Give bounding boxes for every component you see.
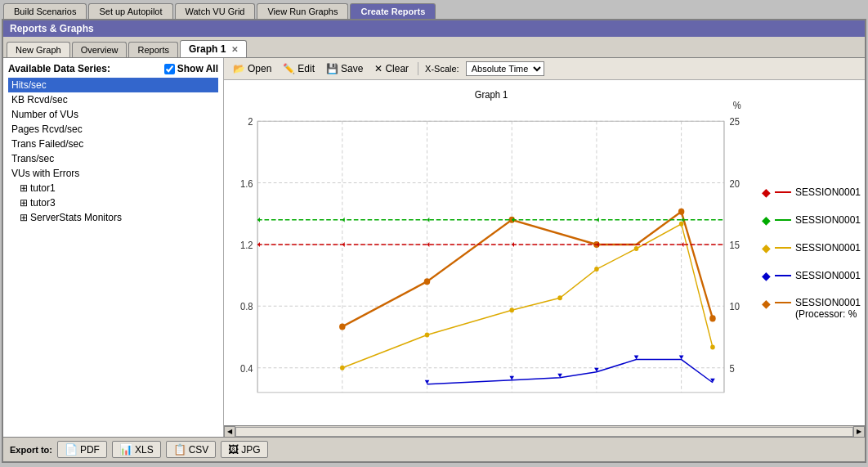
tab-overview[interactable]: Overview: [72, 42, 128, 57]
close-graph1-icon[interactable]: ✕: [231, 45, 238, 54]
sidebar: Available Data Series: Show All Hits/sec…: [3, 58, 224, 437]
legend-marker-red: ◆: [762, 186, 771, 199]
expand-icon: ⊞: [20, 182, 28, 194]
export-label: Export to:: [10, 445, 52, 455]
svg-point-38: [710, 345, 715, 350]
legend-line-orange: [775, 302, 791, 303]
svg-text:15: 15: [729, 240, 739, 250]
save-button[interactable]: 💾 Save: [324, 62, 365, 75]
list-item[interactable]: ⊞ tutor3: [8, 195, 218, 210]
legend-item: ◆ SESSION0001: [762, 269, 861, 282]
expand-icon: ⊞: [20, 197, 28, 209]
svg-text:25: 25: [729, 116, 739, 127]
top-tab-bar: Build Scenarios Set up Autopilot Watch V…: [0, 0, 868, 19]
list-item[interactable]: ⊞ tutor1: [8, 181, 218, 195]
svg-point-37: [679, 222, 684, 227]
tab-graph1[interactable]: Graph 1 ✕: [180, 40, 247, 57]
svg-text:2: 2: [248, 116, 253, 127]
open-icon: 📂: [233, 63, 245, 74]
legend-item: ◆ SESSION0001: [762, 186, 861, 199]
svg-point-32: [425, 332, 430, 337]
open-button[interactable]: 📂 Open: [230, 62, 274, 75]
graph-legend: ◆ SESSION0001 ◆ SESSION0001 ◆ SESSION000…: [758, 80, 865, 425]
tab-reports[interactable]: Reports: [128, 42, 178, 57]
svg-point-33: [509, 308, 514, 312]
svg-text:0.4: 0.4: [240, 362, 253, 373]
svg-text:20: 20: [729, 177, 740, 188]
svg-point-30: [709, 315, 715, 321]
legend-marker-orange: ◆: [762, 297, 771, 310]
legend-marker-blue: ◆: [762, 269, 771, 282]
pdf-icon: 📄: [65, 443, 78, 456]
legend-item: ◆ SESSION0001(Processor: %: [762, 297, 861, 320]
svg-text:%: %: [733, 100, 741, 110]
list-item[interactable]: VUs with Errors: [8, 166, 218, 181]
list-item[interactable]: Hits/sec: [8, 78, 218, 92]
list-item[interactable]: Trans/sec: [8, 151, 218, 166]
edit-button[interactable]: ✏️ Edit: [280, 62, 317, 75]
tab-set-up-autopilot[interactable]: Set up Autopilot: [88, 3, 172, 19]
graph-canvas: Graph 1 2 1.6 1.2 0.8 0.4 25 20 15 10 5: [224, 80, 865, 425]
legend-item: ◆ SESSION0001: [762, 213, 861, 227]
expand-icon: ⊞: [20, 212, 28, 223]
sidebar-title: Available Data Series: Show All: [8, 63, 218, 74]
export-csv-button[interactable]: 📋 CSV: [166, 441, 217, 458]
jpg-icon: 🖼: [228, 443, 239, 456]
list-item[interactable]: ⊞ ServerStats Monitors: [8, 210, 218, 225]
legend-item: ◆ SESSION0001: [762, 241, 861, 254]
show-all-checkbox[interactable]: [164, 64, 175, 74]
content-area: Available Data Series: Show All Hits/sec…: [3, 57, 865, 437]
xscale-select[interactable]: Absolute Time Relative Time Elapsed Time: [466, 61, 544, 76]
xscale-label: X-Scale:: [425, 64, 459, 74]
show-all-control[interactable]: Show All: [164, 63, 218, 74]
legend-line-blue: [775, 275, 791, 276]
legend-line-red: [775, 191, 791, 193]
legend-label-orange: SESSION0001(Processor: %: [795, 297, 861, 320]
tab-build-scenarios[interactable]: Build Scenarios: [3, 3, 87, 19]
main-panel: Reports & Graphs New Graph Overview Repo…: [2, 19, 866, 463]
svg-text:0.8: 0.8: [240, 301, 253, 312]
svg-text:5: 5: [729, 362, 734, 373]
legend-line-green: [775, 219, 791, 221]
xls-icon: 📊: [119, 443, 132, 456]
edit-icon: ✏️: [283, 63, 295, 74]
scroll-left-button[interactable]: ◀: [224, 426, 235, 438]
clear-button[interactable]: ✕ Clear: [372, 62, 411, 75]
tab-view-run-graphs[interactable]: View Run Graphs: [257, 3, 348, 19]
toolbar-separator: [418, 62, 418, 75]
list-item[interactable]: Number of VUs: [8, 107, 218, 122]
panel-title: Reports & Graphs: [3, 20, 865, 37]
tab-watch-vu-grid[interactable]: Watch VU Grid: [175, 3, 256, 19]
legend-line-yellow: [775, 247, 791, 249]
legend-marker-green: ◆: [762, 213, 771, 227]
export-jpg-button[interactable]: 🖼 JPG: [221, 441, 267, 458]
graph-area: 📂 Open ✏️ Edit 💾 Save ✕ Clear X-Scale:: [224, 58, 865, 437]
inner-tab-bar: New Graph Overview Reports Graph 1 ✕: [3, 37, 865, 57]
legend-marker-yellow: ◆: [762, 241, 771, 254]
list-item[interactable]: KB Rcvd/sec: [8, 92, 218, 107]
horizontal-scrollbar[interactable]: ◀ ▶: [224, 425, 865, 437]
bottom-bar: Export to: 📄 PDF 📊 XLS 📋 CSV 🖼 JPG: [3, 437, 865, 461]
list-item[interactable]: Trans Failed/sec: [8, 137, 218, 151]
svg-text:1.2: 1.2: [240, 240, 253, 250]
svg-text:Graph 1: Graph 1: [475, 89, 508, 100]
svg-point-26: [424, 278, 430, 285]
svg-text:10: 10: [729, 301, 740, 312]
graph-svg-wrap: Graph 1 2 1.6 1.2 0.8 0.4 25 20 15 10 5: [224, 80, 758, 425]
csv-icon: 📋: [173, 443, 186, 456]
list-item[interactable]: Pages Rcvd/sec: [8, 122, 218, 137]
svg-point-34: [557, 295, 562, 300]
svg-point-29: [678, 209, 684, 215]
scroll-right-button[interactable]: ▶: [853, 426, 865, 438]
clear-icon: ✕: [374, 63, 383, 74]
graph-toolbar: 📂 Open ✏️ Edit 💾 Save ✕ Clear X-Scale:: [224, 58, 865, 80]
svg-point-25: [339, 323, 345, 330]
export-xls-button[interactable]: 📊 XLS: [112, 441, 161, 458]
svg-point-36: [634, 246, 639, 251]
export-pdf-button[interactable]: 📄 PDF: [57, 441, 107, 458]
scroll-track[interactable]: [235, 427, 853, 437]
svg-point-35: [594, 267, 599, 272]
graph-svg: Graph 1 2 1.6 1.2 0.8 0.4 25 20 15 10 5: [224, 80, 758, 425]
tab-create-reports[interactable]: Create Reports: [350, 3, 436, 19]
tab-new-graph[interactable]: New Graph: [7, 42, 70, 57]
